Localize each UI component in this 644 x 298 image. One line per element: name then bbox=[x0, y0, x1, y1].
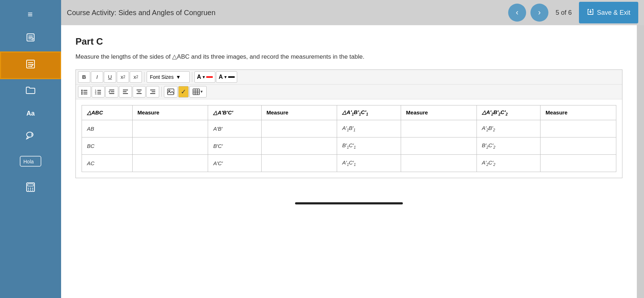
cell-bc: BC bbox=[82, 137, 133, 154]
svg-point-22 bbox=[81, 90, 83, 91]
cell-a1c1: A′1C′1 bbox=[337, 154, 401, 172]
table-button[interactable]: ▼ bbox=[189, 86, 207, 98]
cell-measure-a2b2[interactable] bbox=[540, 120, 616, 137]
sidebar-item-checklist[interactable] bbox=[0, 51, 61, 79]
toolbar-separator-2 bbox=[192, 72, 192, 82]
cell-b1c1: B′1C′1 bbox=[337, 137, 401, 154]
prev-button[interactable]: ‹ bbox=[508, 4, 526, 22]
page-total: 6 bbox=[568, 9, 572, 16]
measurement-table: △ABC Measure △A′B′C′ Measure △A′1B′1C′1 … bbox=[82, 105, 616, 172]
part-title: Part C bbox=[75, 36, 622, 47]
cell-measure-apc[interactable] bbox=[261, 154, 337, 172]
cell-measure-a1c1[interactable] bbox=[401, 154, 477, 172]
font-size-label: Font Sizes bbox=[150, 74, 174, 80]
sidebar-item-calculator[interactable] bbox=[0, 176, 61, 201]
cell-measure-a1b1[interactable] bbox=[401, 120, 477, 137]
svg-line-11 bbox=[31, 135, 33, 136]
underline-button[interactable]: U bbox=[104, 71, 116, 83]
svg-point-18 bbox=[32, 188, 33, 189]
part-description: Measure the lengths of the sides of △ABC… bbox=[75, 52, 622, 62]
svg-point-26 bbox=[81, 93, 83, 95]
sidebar-item-dictionary[interactable]: Aa bbox=[0, 103, 61, 124]
cell-measure-bpc[interactable] bbox=[261, 137, 337, 154]
header-measure-4: Measure bbox=[540, 105, 616, 120]
svg-rect-46 bbox=[167, 89, 174, 95]
svg-point-20 bbox=[30, 190, 31, 191]
cell-measure-b2c2[interactable] bbox=[540, 137, 616, 154]
font-color-button[interactable]: A ▼ bbox=[194, 71, 215, 83]
sidebar-item-translate[interactable]: Hola bbox=[0, 149, 61, 176]
svg-line-9 bbox=[31, 133, 33, 134]
main-area: Course Activity: Sides and Angles of Con… bbox=[61, 0, 644, 298]
sidebar-item-menu[interactable]: ≡ bbox=[0, 3, 61, 26]
cell-measure-apb[interactable] bbox=[261, 120, 337, 137]
font-color-a-label: A bbox=[197, 74, 201, 80]
cell-measure-ac[interactable] bbox=[132, 154, 208, 172]
save-exit-icon bbox=[587, 8, 594, 17]
toolbar-separator-1 bbox=[144, 72, 144, 82]
subscript-button[interactable]: x2 bbox=[130, 71, 142, 83]
next-button[interactable]: › bbox=[530, 4, 548, 22]
cell-aprime-cprime: A′C′ bbox=[208, 154, 261, 172]
cell-measure-a2c2[interactable] bbox=[540, 154, 616, 172]
scrollbar[interactable] bbox=[637, 25, 644, 298]
insert-image-button[interactable] bbox=[164, 86, 178, 98]
table-wrapper: △ABC Measure △A′B′C′ Measure △A′1B′1C′1 … bbox=[76, 99, 622, 178]
checklist-icon bbox=[26, 59, 36, 72]
checkmark-button[interactable]: ✓ bbox=[178, 86, 189, 98]
header-measure-3: Measure bbox=[401, 105, 477, 120]
svg-point-21 bbox=[32, 190, 33, 191]
header-a1b1c1: △A′1B′1C′1 bbox=[337, 105, 401, 120]
table-header-row: △ABC Measure △A′B′C′ Measure △A′1B′1C′1 … bbox=[82, 105, 616, 120]
indent-decrease-button[interactable] bbox=[105, 86, 118, 98]
align-left-button[interactable] bbox=[119, 86, 132, 98]
page-of-label: of bbox=[561, 9, 566, 16]
table-row: BC B′C′ B′1C′1 B′2C′2 bbox=[82, 137, 616, 154]
page-indicator: 5 of 6 bbox=[553, 9, 575, 17]
sidebar: ≡ bbox=[0, 0, 61, 298]
svg-rect-48 bbox=[193, 89, 199, 95]
toolbar-separator-3 bbox=[161, 87, 162, 97]
ordered-list-button[interactable]: 1. 2. 3. bbox=[92, 86, 105, 98]
translate-icon: Hola bbox=[20, 156, 41, 169]
unordered-list-button[interactable] bbox=[78, 86, 91, 98]
cell-a2c2: A′2C′2 bbox=[477, 154, 540, 172]
cell-measure-b1c1[interactable] bbox=[401, 137, 477, 154]
superscript-button[interactable]: x2 bbox=[117, 71, 129, 83]
cell-b2c2: B′2C′2 bbox=[477, 137, 540, 154]
font-size-arrow: ▼ bbox=[176, 74, 181, 80]
header-measure-2: Measure bbox=[261, 105, 337, 120]
table-row: AC A′C′ A′1C′1 A′2C′2 bbox=[82, 154, 616, 172]
svg-text:Hola: Hola bbox=[23, 159, 34, 164]
align-center-button[interactable] bbox=[133, 86, 146, 98]
editor-container: B I U x2 x2 Font Sizes ▼ A ▼ bbox=[75, 69, 622, 178]
color-bar-red bbox=[206, 76, 213, 78]
spacer bbox=[75, 178, 622, 200]
font-bg-color-button[interactable]: A ▼ bbox=[216, 71, 237, 83]
cell-a2b2: A′2B′2 bbox=[477, 120, 540, 137]
save-exit-button[interactable]: Save & Exit bbox=[579, 2, 638, 23]
cell-measure-ab[interactable] bbox=[132, 120, 208, 137]
svg-text:3.: 3. bbox=[95, 92, 97, 95]
cell-aprime-bprime: A′B′ bbox=[208, 120, 261, 137]
cell-measure-bc[interactable] bbox=[132, 137, 208, 154]
topbar: Course Activity: Sides and Angles of Con… bbox=[61, 0, 644, 25]
cell-a1b1: A′1B′1 bbox=[337, 120, 401, 137]
save-exit-label: Save & Exit bbox=[597, 9, 630, 17]
toolbar-row-1: B I U x2 x2 Font Sizes ▼ A ▼ bbox=[76, 70, 622, 85]
color-bar-black bbox=[228, 76, 235, 78]
cell-ab: AB bbox=[82, 120, 133, 137]
font-size-select[interactable]: Font Sizes ▼ bbox=[147, 71, 190, 83]
bottom-bar bbox=[75, 200, 622, 207]
italic-button[interactable]: I bbox=[91, 71, 103, 83]
sidebar-item-edit[interactable] bbox=[0, 26, 61, 51]
page-current: 5 bbox=[556, 9, 559, 16]
topbar-title: Course Activity: Sides and Angles of Con… bbox=[67, 9, 504, 17]
bold-button[interactable]: B bbox=[78, 71, 90, 83]
align-right-button[interactable] bbox=[146, 86, 159, 98]
folder-icon bbox=[26, 86, 36, 97]
svg-point-19 bbox=[28, 190, 29, 191]
svg-point-17 bbox=[30, 188, 31, 189]
sidebar-item-folder[interactable] bbox=[0, 79, 61, 103]
sidebar-item-speech[interactable] bbox=[0, 124, 61, 149]
